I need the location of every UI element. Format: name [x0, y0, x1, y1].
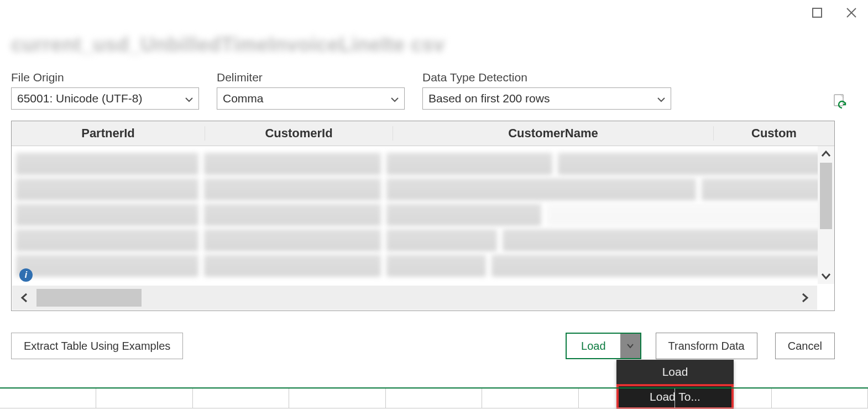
grid-cell[interactable] [386, 389, 482, 408]
table-row [16, 204, 830, 226]
maximize-button[interactable] [806, 3, 828, 22]
horizontal-scrollbar[interactable] [12, 286, 817, 310]
svg-rect-0 [813, 8, 822, 17]
delimiter-label: Delimiter [217, 71, 405, 84]
preview-table: PartnerId CustomerId CustomerName Custom… [11, 121, 835, 311]
load-split-button: Load [566, 333, 641, 359]
detection-label: Data Type Detection [422, 71, 671, 84]
extract-table-button[interactable]: Extract Table Using Examples [11, 333, 183, 359]
table-header-row: PartnerId CustomerId CustomerName Custom [12, 121, 834, 146]
table-row [16, 229, 830, 251]
chevron-down-icon [185, 92, 193, 105]
info-icon: i [19, 268, 33, 282]
grid-cell[interactable] [193, 389, 289, 408]
file-origin-value: 65001: Unicode (UTF-8) [17, 92, 142, 105]
table-row [16, 178, 830, 200]
cancel-button[interactable]: Cancel [775, 333, 835, 359]
file-name-heading: current_usd_UnbilledTimeInvoiceLineIte c… [11, 33, 445, 56]
grid-cell[interactable] [675, 389, 771, 408]
vertical-scrollbar[interactable] [818, 146, 834, 284]
detection-value: Based on first 200 rows [428, 92, 550, 105]
footer-buttons: Extract Table Using Examples Load Transf… [11, 332, 835, 360]
titlebar [806, 3, 862, 22]
column-header-customername[interactable]: CustomerName [393, 126, 714, 141]
table-row [16, 153, 830, 175]
horizontal-scroll-thumb[interactable] [36, 289, 142, 307]
column-header-custom[interactable]: Custom [714, 126, 834, 141]
load-dropdown-toggle[interactable] [620, 334, 640, 358]
load-button[interactable]: Load [567, 334, 620, 358]
table-body [12, 146, 834, 290]
horizontal-scroll-track[interactable] [36, 286, 793, 310]
import-options-row: File Origin 65001: Unicode (UTF-8) Delim… [11, 71, 857, 110]
scroll-right-icon[interactable] [793, 286, 817, 310]
chevron-down-icon [657, 92, 665, 105]
grid-cell[interactable] [0, 389, 96, 408]
refresh-button[interactable] [829, 91, 851, 113]
grid-cell[interactable] [772, 389, 868, 408]
table-row [16, 255, 830, 277]
detection-select[interactable]: Based on first 200 rows [422, 87, 671, 110]
scroll-down-icon[interactable] [818, 268, 834, 284]
grid-cell[interactable] [482, 389, 578, 408]
spreadsheet-grid [0, 387, 868, 409]
grid-cell[interactable] [579, 389, 675, 408]
transform-data-button[interactable]: Transform Data [656, 333, 757, 359]
chevron-down-icon [391, 92, 399, 105]
file-origin-label: File Origin [11, 71, 199, 84]
column-header-customerid[interactable]: CustomerId [205, 126, 393, 141]
delimiter-value: Comma [223, 92, 264, 105]
scroll-up-icon[interactable] [818, 146, 834, 162]
load-menu-item-load[interactable]: Load [616, 360, 734, 384]
delimiter-select[interactable]: Comma [217, 87, 405, 110]
column-header-partnerid[interactable]: PartnerId [12, 126, 205, 141]
vertical-scroll-thumb[interactable] [820, 163, 832, 229]
grid-cell[interactable] [289, 389, 385, 408]
file-origin-select[interactable]: 65001: Unicode (UTF-8) [11, 87, 199, 110]
grid-cell[interactable] [96, 389, 192, 408]
close-button[interactable] [840, 3, 862, 22]
scroll-left-icon[interactable] [12, 286, 36, 310]
